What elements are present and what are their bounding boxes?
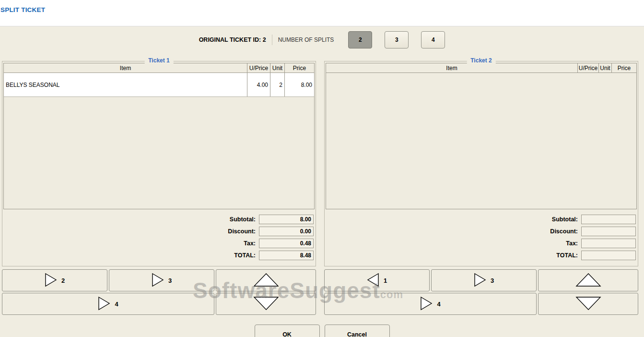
- column-header-unit: Unit: [270, 63, 284, 72]
- discount-row: Discount:: [326, 226, 636, 236]
- ok-button[interactable]: OK: [255, 325, 320, 337]
- ticket-1-panel: Ticket 1 Item U/Price Unit Price BELLYS …: [2, 57, 316, 315]
- up-arrow-icon: [253, 273, 279, 289]
- discount-value: 0.00: [259, 227, 314, 236]
- total-row: TOTAL:: [326, 250, 636, 260]
- move-target-label: 1: [384, 277, 387, 284]
- splits-option-2-button[interactable]: 2: [348, 31, 372, 48]
- window-title-bar: SPLIT TICKET: [0, 0, 644, 26]
- tax-label: Tax:: [566, 240, 578, 247]
- ticket-1-items-table: Item U/Price Unit Price BELLYS SEASONAL …: [3, 63, 315, 209]
- ticket-1-group: Ticket 1 Item U/Price Unit Price BELLYS …: [2, 61, 316, 266]
- discount-value: [581, 227, 636, 236]
- subtotal-label: Subtotal:: [552, 216, 578, 223]
- split-controls-row: ORIGINAL TICKET ID: 2 NUMBER OF SPLITS 2…: [0, 26, 644, 51]
- ticket-2-summary: Subtotal: Discount: Tax: TOTAL:: [326, 209, 637, 261]
- tax-row: Tax:: [326, 238, 636, 248]
- right-arrow-icon: [45, 273, 57, 289]
- column-header-uprice: U/Price: [247, 63, 270, 72]
- item-price-cell: 8.00: [284, 73, 314, 96]
- tax-label: Tax:: [244, 240, 256, 247]
- column-header-item: Item: [326, 63, 577, 72]
- down-arrow-icon: [575, 296, 601, 312]
- move-to-ticket-3-button[interactable]: 3: [109, 269, 214, 291]
- right-arrow-icon: [152, 273, 164, 289]
- ticket-2-table-header: Item U/Price Unit Price: [326, 63, 636, 73]
- move-item-down-button[interactable]: [216, 293, 316, 315]
- column-header-uprice: U/Price: [577, 63, 598, 72]
- up-arrow-icon: [575, 273, 601, 289]
- total-label: TOTAL:: [556, 252, 578, 259]
- move-item-down-button[interactable]: [538, 293, 638, 315]
- right-arrow-icon: [98, 296, 110, 312]
- right-arrow-icon: [474, 273, 486, 289]
- ticket-1-table-header: Item U/Price Unit Price: [4, 63, 314, 73]
- total-value: 8.48: [259, 251, 314, 260]
- move-target-label: 3: [168, 277, 172, 284]
- move-target-label: 4: [115, 301, 118, 308]
- move-target-label: 2: [61, 277, 65, 284]
- move-to-ticket-4-button[interactable]: 4: [324, 293, 537, 315]
- item-name-cell: BELLYS SEASONAL: [4, 73, 247, 96]
- column-header-unit: Unit: [598, 63, 611, 72]
- tickets-panels: Ticket 1 Item U/Price Unit Price BELLYS …: [0, 57, 644, 315]
- discount-label: Discount:: [550, 228, 578, 235]
- subtotal-value: 8.00: [259, 215, 314, 224]
- number-of-splits-label: NUMBER OF SPLITS: [278, 36, 334, 43]
- column-header-item: Item: [4, 63, 247, 72]
- original-ticket-id-label: ORIGINAL TICKET ID: 2: [199, 36, 266, 43]
- ticket-2-group: Ticket 2 Item U/Price Unit Price Subtota…: [324, 61, 638, 266]
- controls-divider: [272, 35, 272, 45]
- ticket-2-move-buttons: 1 3 4: [324, 269, 638, 315]
- splits-option-3-button[interactable]: 3: [385, 31, 409, 48]
- item-unit-cell: 2: [270, 73, 284, 96]
- dialog-footer: OK Cancel: [0, 325, 644, 337]
- right-arrow-icon: [420, 296, 433, 312]
- ticket-2-items-table: Item U/Price Unit Price: [326, 63, 637, 209]
- move-to-ticket-1-button[interactable]: 1: [324, 269, 430, 291]
- page-title: SPLIT TICKET: [0, 6, 45, 13]
- ticket-2-panel: Ticket 2 Item U/Price Unit Price Subtota…: [324, 57, 638, 315]
- ticket-1-title: Ticket 1: [144, 57, 173, 64]
- move-item-up-button[interactable]: [216, 269, 316, 291]
- total-value: [581, 251, 636, 260]
- discount-row: Discount: 0.00: [3, 226, 314, 236]
- tax-row: Tax: 0.48: [3, 238, 314, 248]
- table-row[interactable]: BELLYS SEASONAL 4.00 2 8.00: [4, 73, 314, 97]
- column-header-price: Price: [611, 63, 636, 72]
- tax-value: [581, 239, 636, 248]
- ticket-1-summary: Subtotal: 8.00 Discount: 0.00 Tax: 0.48 …: [3, 209, 315, 261]
- move-item-up-button[interactable]: [538, 269, 638, 291]
- subtotal-value: [581, 215, 636, 224]
- left-arrow-icon: [367, 273, 379, 289]
- move-to-ticket-4-button[interactable]: 4: [2, 293, 214, 315]
- move-to-ticket-2-button[interactable]: 2: [2, 269, 107, 291]
- column-header-price: Price: [284, 63, 314, 72]
- cancel-button[interactable]: Cancel: [325, 325, 390, 337]
- down-arrow-icon: [253, 296, 279, 312]
- item-uprice-cell: 4.00: [247, 73, 270, 96]
- subtotal-row: Subtotal:: [326, 214, 636, 224]
- total-label: TOTAL:: [234, 252, 256, 259]
- subtotal-label: Subtotal:: [230, 216, 256, 223]
- move-to-ticket-3-button[interactable]: 3: [431, 269, 537, 291]
- ticket-2-title: Ticket 2: [467, 57, 495, 64]
- tax-value: 0.48: [259, 239, 314, 248]
- move-target-label: 3: [491, 277, 494, 284]
- move-target-label: 4: [437, 301, 440, 308]
- splits-option-4-button[interactable]: 4: [421, 31, 445, 48]
- ticket-1-move-buttons: 2 3 4: [2, 269, 316, 315]
- subtotal-row: Subtotal: 8.00: [3, 214, 314, 224]
- total-row: TOTAL: 8.48: [3, 250, 314, 260]
- discount-label: Discount:: [228, 228, 256, 235]
